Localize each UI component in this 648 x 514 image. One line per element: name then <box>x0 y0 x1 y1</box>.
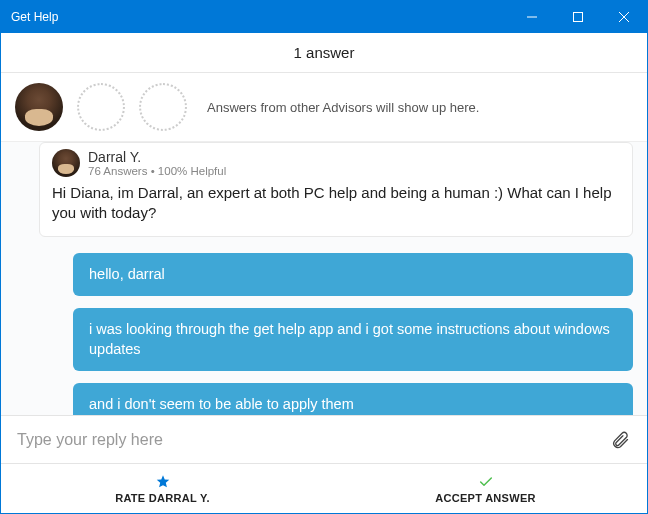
advisor-avatar[interactable] <box>15 83 63 131</box>
advisor-slot-empty <box>77 83 125 131</box>
user-message: and i don't seem to be able to apply the… <box>73 383 633 415</box>
user-message: hello, darral <box>73 253 633 297</box>
rate-button[interactable]: RATE DARRAL Y. <box>1 464 324 513</box>
advisor-meta: 76 Answers • 100% Helpful <box>88 165 226 177</box>
advisor-slot-empty <box>139 83 187 131</box>
star-icon <box>155 474 171 490</box>
advisors-hint: Answers from other Advisors will show up… <box>207 100 479 115</box>
action-bar: RATE DARRAL Y. ACCEPT ANSWER <box>1 463 647 513</box>
advisor-avatar-small <box>52 149 80 177</box>
compose-bar <box>1 415 647 463</box>
paperclip-icon <box>610 430 630 450</box>
accept-label: ACCEPT ANSWER <box>435 492 536 504</box>
user-message-text: i was looking through the get help app a… <box>89 321 610 357</box>
user-message-text: hello, darral <box>89 266 165 282</box>
answer-count-header: 1 answer <box>1 33 647 73</box>
answer-count: 1 answer <box>294 44 355 61</box>
reply-input[interactable] <box>17 431 609 449</box>
check-icon <box>478 474 494 490</box>
accept-button[interactable]: ACCEPT ANSWER <box>324 464 647 513</box>
minimize-button[interactable] <box>509 1 555 33</box>
advisor-name: Darral Y. <box>88 149 226 165</box>
window-title: Get Help <box>11 10 58 24</box>
close-button[interactable] <box>601 1 647 33</box>
chat-scroll[interactable]: Darral Y. 76 Answers • 100% Helpful Hi D… <box>1 142 647 415</box>
user-message-text: and i don't seem to be able to apply the… <box>89 396 354 412</box>
attach-button[interactable] <box>609 429 631 451</box>
user-message: i was looking through the get help app a… <box>73 308 633 371</box>
rate-label: RATE DARRAL Y. <box>115 492 210 504</box>
svg-rect-1 <box>574 13 583 22</box>
advisor-message-text: Hi Diana, im Darral, an expert at both P… <box>52 183 620 224</box>
maximize-button[interactable] <box>555 1 601 33</box>
titlebar: Get Help <box>1 1 647 33</box>
advisor-message-card: Darral Y. 76 Answers • 100% Helpful Hi D… <box>39 142 633 237</box>
advisors-strip: Answers from other Advisors will show up… <box>1 73 647 142</box>
